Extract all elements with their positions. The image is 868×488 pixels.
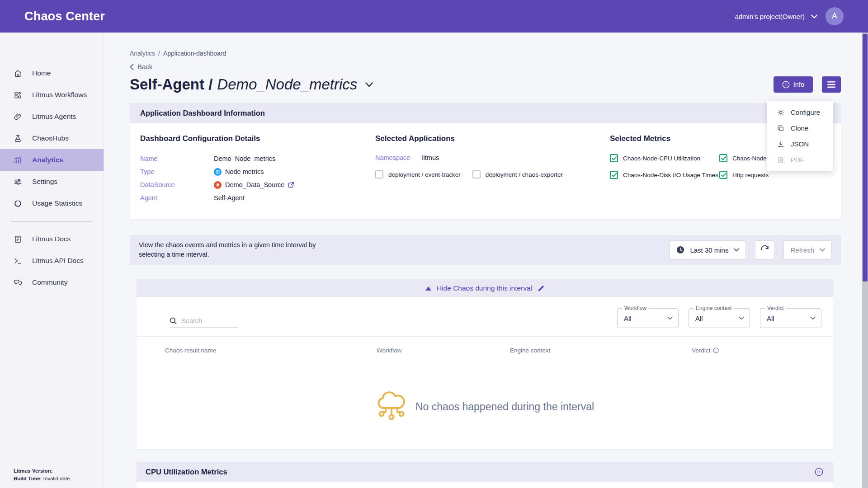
chevron-left-icon [130,64,134,70]
sidebar-item-analytics[interactable]: Analytics [0,149,104,171]
chevron-down-icon [739,316,744,320]
sidebar-divider [10,221,93,222]
column-engine-context: Engine context [510,347,692,354]
namespace-value: litmus [422,154,439,161]
checkbox-unchecked-icon [472,170,481,178]
column-workflow: Workflow [377,347,510,354]
external-link-icon[interactable] [288,182,294,188]
flask-icon [14,134,22,143]
sliders-icon [14,178,22,186]
sidebar-item-community[interactable]: Community [0,272,104,293]
checkbox-cpu-utilization[interactable]: Chaos-Node-CPU Utilization [610,154,719,162]
dashboard-switch-chevron-icon[interactable] [365,82,373,87]
sidebar-item-litmus-docs[interactable]: Litmus Docs [0,228,104,250]
project-selector[interactable]: admin's project(Owner) [735,13,817,20]
dashboard-name: Demo_Node_metrics [217,76,357,93]
edit-pencil-icon[interactable] [538,285,544,292]
chevron-down-icon [820,248,825,252]
paperclip-icon [14,113,22,121]
sidebar-item-settings[interactable]: Settings [0,171,104,192]
search-field[interactable] [170,317,238,328]
info-icon [782,81,790,89]
checkbox-checked-icon [719,171,727,179]
menu-item-pdf[interactable]: PDF [767,152,833,168]
triangle-up-icon [425,286,431,291]
dashboard-configuration-details: Dashboard Configuration Details Name Dem… [140,134,375,206]
sidebar-item-litmus-agents[interactable]: Litmus Agents [0,106,104,127]
checkbox-checked-icon [610,154,618,162]
clock-icon [676,246,684,254]
checkbox-disk-io-times[interactable]: Chaos-Node-Disk I/O Usage Times [610,171,719,179]
chevron-down-icon [810,316,816,320]
checkbox-checked-icon [719,154,727,162]
back-button[interactable]: Back [130,63,841,70]
interval-description: View the chaos events and metrics in a g… [139,240,338,259]
workflow-filter-select[interactable]: Workflow All [617,308,679,328]
dashboard-options-menu: Configure Clone JSON PDF [767,101,833,171]
checkbox-chaos-exporter[interactable]: deployment / chaos-exporter [472,170,563,178]
config-row-datasource: DataSource Demo_Data_Source [140,180,375,189]
file-icon [777,156,784,164]
scrollbar-thumb[interactable] [863,34,868,282]
checkbox-checked-icon [610,171,618,179]
top-bar: Chaos Center admin's project(Owner) A [0,0,868,33]
dashboard-info-title: Application Dashboard Information [130,103,841,123]
version-info: Litmus Version: Build Time: Invalid date [14,467,70,483]
sidebar-item-usage-statistics[interactable]: Usage Statistics [0,192,104,214]
sidebar-item-litmus-api-docs[interactable]: Litmus API Docs [0,250,104,272]
column-verdict: Verdict [692,347,719,354]
document-icon [14,235,22,244]
refresh-now-button[interactable] [755,240,774,260]
gear-icon [777,109,784,116]
breadcrumb-analytics[interactable]: Analytics [130,50,155,57]
sidebar-item-home[interactable]: Home [0,62,104,84]
page-scrollbar[interactable] [862,33,868,488]
menu-item-clone[interactable]: Clone [767,120,833,136]
search-icon [170,317,177,324]
refresh-icon [760,245,769,254]
avatar[interactable]: A [826,7,844,25]
workflows-icon [14,91,22,99]
agent-name: Self-Agent / [130,76,212,93]
sidebar-item-chaoshubs[interactable]: ChaosHubs [0,127,104,149]
breadcrumb: Analytics/Application-dashboard [130,50,841,57]
table-header-row: Chaos result name Workflow Engine contex… [137,336,833,364]
breadcrumb-application-dashboard[interactable]: Application-dashboard [163,50,226,57]
engine-context-filter-select[interactable]: Engine context All [689,308,750,328]
minus-circle-icon [815,468,823,476]
checkbox-unchecked-icon [375,170,383,178]
menu-item-configure[interactable]: Configure [767,104,833,120]
time-range-select[interactable]: Last 30 mins [670,240,746,260]
search-input[interactable] [181,317,231,324]
checkbox-http-requests[interactable]: Http requests [719,171,830,179]
verdict-filter-select[interactable]: Verdict All [760,308,821,328]
info-button[interactable]: Info [774,76,813,93]
dashboard-info-panel: Application Dashboard Information Dashbo… [130,103,841,219]
copy-icon [777,125,784,132]
chat-bubbles-icon [14,278,22,287]
download-icon [777,141,784,148]
info-circle-icon[interactable] [713,347,719,353]
home-icon [14,69,22,78]
refresh-interval-select[interactable]: Refresh [783,240,832,260]
config-row-type: Type Node metrics [140,167,375,176]
time-interval-bar: View the chaos events and metrics in a g… [130,235,841,265]
cpu-panel-title: CPU Utilization Metrics [146,468,227,476]
terminal-icon [14,257,22,265]
config-row-name: Name Demo_Node_metrics [140,154,375,163]
column-chaos-result-name: Chaos result name [165,347,377,354]
sidebar: Home Litmus Workflows Litmus Agents Chao… [0,33,104,488]
sidebar-item-litmus-workflows[interactable]: Litmus Workflows [0,84,104,106]
chaos-events-card: Hide Chaos during this interval Workflow… [137,279,833,449]
hamburger-icon [827,81,835,88]
menu-item-json[interactable]: JSON [767,136,833,152]
chevron-down-icon [667,316,673,320]
hide-chaos-toggle[interactable]: Hide Chaos during this interval [137,279,833,297]
namespace-label: Namespace [375,154,410,161]
cloud-network-icon [376,390,407,423]
cpu-utilization-panel: CPU Utilization Metrics [137,462,833,488]
checkbox-event-tracker[interactable]: deployment / event-tracker [375,170,461,178]
collapse-panel-button[interactable] [815,468,823,476]
dashboard-options-button[interactable] [822,76,841,93]
node-metrics-icon [214,168,222,176]
